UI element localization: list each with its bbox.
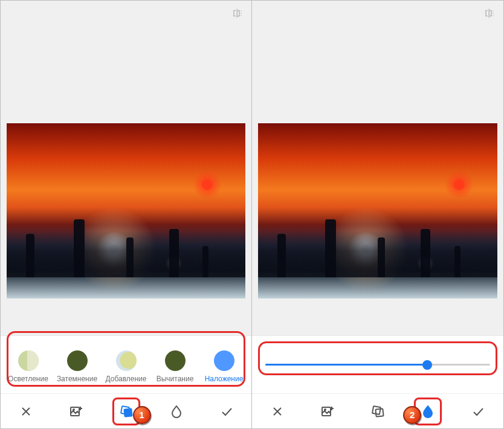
canvas[interactable]: [252, 26, 503, 335]
blend-mode-lighten[interactable]: Осветление: [5, 350, 51, 383]
svg-point-11: [325, 409, 326, 410]
callout-badge: 2: [403, 406, 421, 424]
opacity-panel: [252, 335, 503, 393]
cancel-button[interactable]: [266, 400, 289, 423]
blend-mode-label: Вычитание: [157, 375, 194, 383]
add-swatch-icon: [116, 350, 137, 371]
topbar: [1, 1, 251, 26]
preview-image: [258, 123, 497, 298]
slider-thumb[interactable]: [422, 360, 432, 370]
opacity-button[interactable]: [165, 400, 188, 423]
apply-button[interactable]: [215, 400, 238, 423]
svg-point-1: [241, 13, 242, 14]
blend-mode-subtract[interactable]: Вычитание: [152, 350, 198, 383]
callout-badge: 1: [133, 406, 151, 424]
editor-pane-right: 2: [252, 0, 504, 429]
subtract-swatch-icon: [165, 350, 186, 371]
blend-mode-add[interactable]: Добавление: [103, 350, 149, 383]
svg-point-9: [493, 15, 494, 16]
preview-image: [7, 123, 245, 298]
overlay-swatch-icon: [214, 350, 234, 371]
blend-mode-label: Добавление: [106, 375, 147, 383]
svg-point-0: [241, 11, 242, 12]
editor-pane-left: ОсветлениеЗатемнениеДобавлениеВычитаниеН…: [0, 0, 252, 429]
add-image-button[interactable]: [316, 400, 339, 423]
opacity-slider[interactable]: [265, 364, 490, 366]
bottom-toolbar: 1: [1, 393, 251, 428]
svg-point-8: [493, 13, 494, 14]
blend-mode-label: Наложение: [205, 375, 244, 383]
svg-point-2: [241, 15, 242, 16]
lighten-swatch-icon: [18, 350, 39, 371]
compare-icon[interactable]: [483, 7, 496, 20]
compare-icon[interactable]: [231, 7, 244, 20]
blend-mode-label: Затемнение: [57, 375, 97, 383]
cancel-button[interactable]: [15, 400, 37, 423]
canvas[interactable]: [1, 26, 251, 335]
blend-mode-darken[interactable]: Затемнение: [54, 350, 100, 383]
blend-mode-button[interactable]: [366, 400, 389, 423]
darken-swatch-icon: [67, 350, 88, 371]
blend-mode-label: Осветление: [8, 375, 48, 383]
opacity-button[interactable]: 2: [416, 400, 439, 423]
blend-mode-panel: ОсветлениеЗатемнениеДобавлениеВычитаниеН…: [1, 335, 251, 393]
add-image-button[interactable]: [65, 400, 88, 423]
bottom-toolbar: 2: [252, 393, 503, 428]
blend-mode-button[interactable]: 1: [115, 400, 138, 423]
apply-button[interactable]: [467, 400, 489, 423]
blend-mode-overlay[interactable]: Наложение: [201, 350, 247, 383]
topbar: [252, 1, 503, 26]
svg-point-4: [73, 409, 74, 410]
svg-point-7: [493, 11, 494, 12]
